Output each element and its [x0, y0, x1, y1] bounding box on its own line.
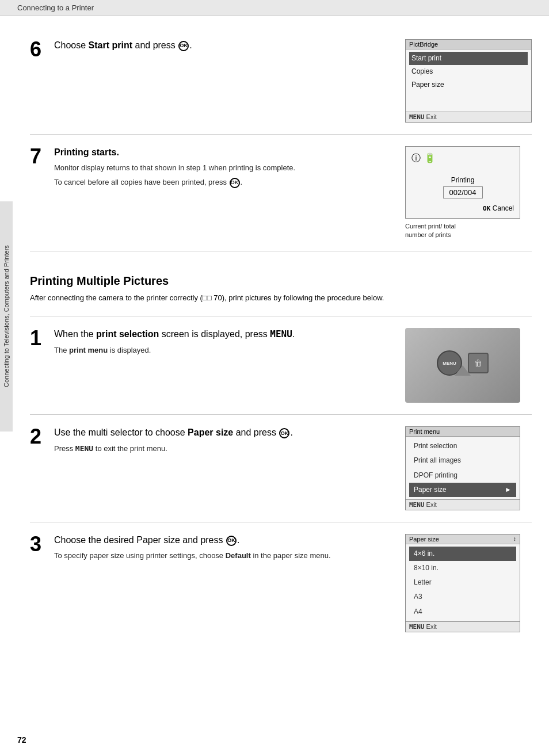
camera-icon: 🔋 [424, 152, 436, 165]
paper-item-0: 4×6 in. [409, 547, 516, 561]
ok-icon-2: OK [279, 428, 289, 438]
paper-item-4: A4 [409, 605, 516, 619]
print-counter-value: 002/004 [443, 186, 483, 198]
paper-item-3: A3 [409, 590, 516, 604]
pictbridge-title: PictBridge [406, 40, 531, 49]
step-6-number: 6 [30, 39, 51, 60]
step-7-number: 7 [30, 146, 51, 167]
step-3-right: Paper size ↕ 4×6 in. 8×10 in. Letter A3 … [405, 534, 532, 632]
step-2-title: Use the multi selector to choose Paper s… [54, 426, 293, 439]
printing-screen: ⓘ 🔋 Printing 002/004 OK Cancel [405, 146, 520, 219]
print-menu-footer: MENU Exit [406, 499, 520, 510]
print-cancel: OK Cancel [411, 204, 514, 212]
print-menu-title: Print menu [406, 427, 520, 437]
step-3-left: 3 Choose the desired Paper size and pres… [30, 534, 394, 565]
paper-item-2: Letter [409, 575, 516, 590]
step-7-right: ⓘ 🔋 Printing 002/004 OK Cancel Current p… [405, 146, 532, 240]
step-7-body2: To cancel before all copies have been pr… [54, 177, 295, 188]
info-icon: ⓘ [411, 152, 421, 165]
paper-size-screen: Paper size ↕ 4×6 in. 8×10 in. Letter A3 … [405, 534, 520, 632]
ok-icon-7: OK [230, 178, 240, 188]
pictbridge-footer: MENU Exit [406, 112, 531, 122]
trash-button: 🗑 [468, 353, 489, 373]
step-7-left: 7 Printing starts. Monitor display retur… [30, 146, 394, 192]
header-bar: Connecting to a Printer [0, 0, 549, 16]
section-intro: After connecting the camera to the print… [30, 292, 532, 304]
print-menu-item-2: DPOF printing [409, 468, 516, 483]
step-6-title: Choose Start print and press OK. [54, 39, 192, 52]
pictbridge-item-0: Start print [409, 52, 528, 65]
chevron-right-icon: ► [505, 484, 512, 495]
scroll-icon: ↕ [513, 536, 516, 542]
page-number: 72 [17, 735, 26, 744]
camera-image: MENU 🗑 [405, 328, 520, 403]
step-2-body: Press MENU to exit the print menu. [54, 443, 293, 455]
paper-size-title: Paper size ↕ [406, 534, 520, 544]
step-6-right: PictBridge Start print Copies Paper size… [405, 39, 532, 123]
arrow-up-icon [455, 365, 471, 376]
step-1-title: When the print selection screen is displ… [54, 328, 295, 341]
step-7-section: 7 Printing starts. Monitor display retur… [30, 135, 532, 252]
printing-label: Printing [411, 176, 514, 184]
step-6-left: 6 Choose Start print and press OK. [30, 39, 394, 62]
step-7-body1: Monitor display returns to that shown in… [54, 162, 295, 174]
paper-item-1: 8×10 in. [409, 561, 516, 575]
printing-multiple-section: Printing Multiple Pictures After connect… [30, 251, 532, 316]
pictbridge-screen: PictBridge Start print Copies Paper size… [405, 39, 532, 123]
step-2-section: 2 Use the multi selector to choose Paper… [30, 415, 532, 522]
step-3-body: To specify paper size using printer sett… [54, 550, 331, 562]
step-7-title: Printing starts. [54, 146, 295, 159]
step-3-title: Choose the desired Paper size and press … [54, 534, 331, 547]
print-menu-item-3: Paper size ► [409, 483, 516, 497]
print-menu-screen: Print menu Print selection Print all ima… [405, 426, 520, 510]
step-6-section: 6 Choose Start print and press OK. PictB… [30, 28, 532, 135]
ok-icon-6: OK [178, 41, 189, 51]
step-1-left: 1 When the print selection screen is dis… [30, 328, 394, 359]
step-1-number: 1 [30, 328, 51, 349]
paper-size-body: 4×6 in. 8×10 in. Letter A3 A4 [406, 544, 520, 621]
step-2-left: 2 Use the multi selector to choose Paper… [30, 426, 394, 457]
step-1-body: The print menu is displayed. [54, 345, 295, 356]
print-counter-area: Printing 002/004 [411, 176, 514, 198]
step-2-right: Print menu Print selection Print all ima… [405, 426, 532, 510]
step-1-section: 1 When the print selection screen is dis… [30, 316, 532, 415]
step-3-section: 3 Choose the desired Paper size and pres… [30, 522, 532, 644]
print-menu-item-0: Print selection [409, 439, 516, 453]
print-screen-icons: ⓘ 🔋 [411, 152, 514, 165]
paper-size-footer: MENU Exit [406, 621, 520, 632]
side-label: Connecting to Televisions, Computers and… [0, 201, 13, 432]
section-heading: Printing Multiple Pictures [30, 274, 532, 288]
print-caption: Current print/ total number of prints [405, 222, 532, 240]
print-menu-body: Print selection Print all images DPOF pr… [406, 437, 520, 499]
step-2-number: 2 [30, 426, 51, 447]
ok-icon-3: OK [226, 536, 237, 546]
print-menu-item-1: Print all images [409, 453, 516, 468]
step-1-right: MENU 🗑 [405, 328, 532, 403]
pictbridge-item-1: Copies [409, 65, 528, 78]
pictbridge-body: Start print Copies Paper size [406, 49, 531, 112]
pictbridge-item-2: Paper size [409, 78, 528, 91]
header-title: Connecting to a Printer [17, 3, 94, 12]
step-3-number: 3 [30, 534, 51, 555]
